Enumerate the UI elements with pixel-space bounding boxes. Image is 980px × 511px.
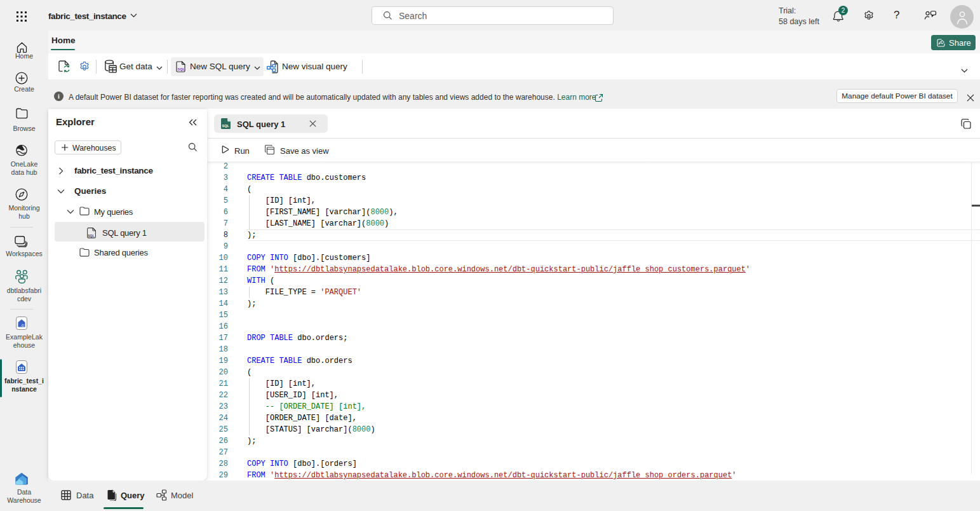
svg-text:SQL: SQL: [222, 124, 230, 128]
svg-text:SQL: SQL: [88, 234, 94, 238]
svg-text:SQL: SQL: [178, 67, 185, 71]
